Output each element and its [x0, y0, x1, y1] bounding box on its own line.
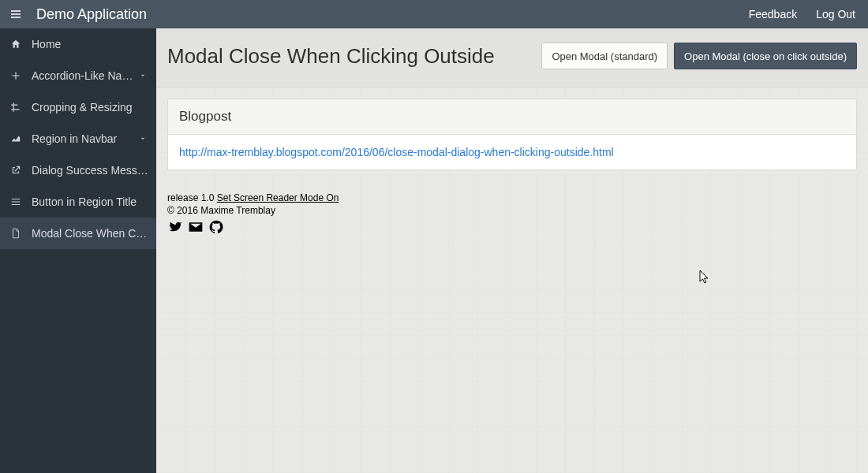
- sidebar: Home Accordion-Like Navi... Cropping & R…: [0, 28, 156, 473]
- crop-icon: [8, 102, 24, 113]
- main-content: Modal Close When Clicking Outside Open M…: [156, 28, 868, 473]
- screen-reader-link[interactable]: Set Screen Reader Mode On: [217, 192, 339, 203]
- sidebar-item-dialog-success[interactable]: Dialog Success Message: [0, 155, 156, 186]
- app-title: Demo Application: [36, 6, 147, 23]
- copyright: © 2016 Maxime Tremblay: [167, 205, 857, 216]
- sidebar-item-modal-close[interactable]: Modal Close When Click...: [0, 218, 156, 249]
- twitter-icon[interactable]: [167, 219, 183, 237]
- logout-link[interactable]: Log Out: [816, 8, 855, 20]
- list-icon: [8, 196, 24, 207]
- region-body: http://max-tremblay.blogspot.com/2016/06…: [168, 135, 856, 169]
- sidebar-item-label: Home: [32, 38, 148, 50]
- area-chart-icon: [8, 133, 24, 144]
- home-icon: [8, 39, 24, 50]
- blogpost-link[interactable]: http://max-tremblay.blogspot.com/2016/06…: [179, 146, 614, 158]
- hamburger-icon[interactable]: [6, 8, 25, 20]
- sidebar-item-label: Accordion-Like Navi...: [32, 69, 137, 82]
- feedback-link[interactable]: Feedback: [749, 8, 797, 20]
- sidebar-item-button-title[interactable]: Button in Region Title: [0, 186, 156, 218]
- page-title: Modal Close When Clicking Outside: [167, 44, 535, 69]
- envelope-icon[interactable]: [188, 219, 204, 237]
- sidebar-item-region-navbar[interactable]: Region in Navbar: [0, 123, 156, 155]
- external-link-icon: [8, 165, 24, 176]
- chevron-down-icon: [137, 135, 148, 143]
- footer: release 1.0 Set Screen Reader Mode On © …: [167, 192, 857, 237]
- sidebar-item-label: Dialog Success Message: [32, 164, 148, 177]
- top-header: Demo Application Feedback Log Out: [0, 0, 868, 28]
- sidebar-item-label: Button in Region Title: [32, 196, 148, 208]
- sidebar-item-label: Region in Navbar: [32, 132, 137, 145]
- sidebar-item-cropping[interactable]: Cropping & Resizing: [0, 91, 156, 123]
- chevron-down-icon: [137, 72, 148, 80]
- open-modal-outside-button[interactable]: Open Modal (close on click outside): [674, 43, 857, 69]
- sidebar-item-label: Modal Close When Click...: [32, 227, 148, 240]
- github-icon[interactable]: [208, 219, 224, 237]
- sidebar-item-home[interactable]: Home: [0, 28, 156, 60]
- sidebar-item-accordion[interactable]: Accordion-Like Navi...: [0, 60, 156, 91]
- file-icon: [8, 228, 24, 239]
- title-bar: Modal Close When Clicking Outside Open M…: [156, 28, 868, 88]
- social-icons: [167, 219, 857, 237]
- cursor-icon: [699, 270, 710, 285]
- release-label: release 1.0: [167, 192, 214, 203]
- region-title: Blogpost: [168, 99, 856, 135]
- blogpost-region: Blogpost http://max-tremblay.blogspot.co…: [167, 99, 857, 170]
- plus-icon: [8, 70, 24, 81]
- open-modal-standard-button[interactable]: Open Modal (standard): [541, 43, 668, 69]
- sidebar-item-label: Cropping & Resizing: [32, 101, 148, 114]
